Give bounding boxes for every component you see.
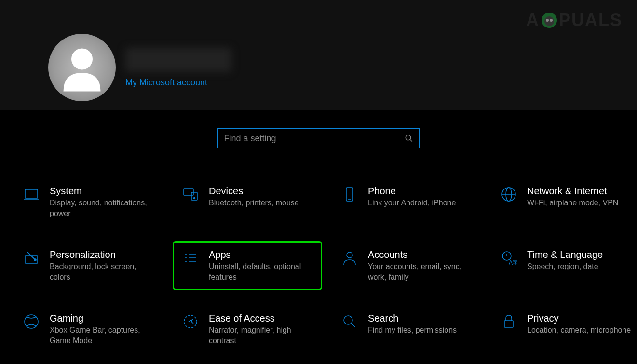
tile-description: Wi-Fi, airplane mode, VPN xyxy=(527,198,618,208)
tile-description: Display, sound, notifications, power xyxy=(50,198,155,218)
apps-icon xyxy=(181,249,200,269)
search-container xyxy=(0,128,637,148)
svg-point-32 xyxy=(550,19,553,22)
tile-description: Your accounts, email, sync, work, family xyxy=(368,261,473,282)
xbox-icon xyxy=(22,313,41,332)
tile-description: Uninstall, defaults, optional features xyxy=(209,261,314,282)
tile-title: Apps xyxy=(209,249,314,260)
tile-title: Devices xyxy=(209,186,299,197)
tile-phone[interactable]: PhoneLink your Android, iPhone xyxy=(332,177,481,227)
tile-devices[interactable]: DevicesBluetooth, printers, mouse xyxy=(173,177,322,227)
tile-text: PhoneLink your Android, iPhone xyxy=(368,186,456,218)
tile-title: Search xyxy=(368,313,457,324)
watermark-suffix: PUALS xyxy=(559,10,623,30)
tile-text: AccountsYour accounts, email, sync, work… xyxy=(368,249,473,282)
tile-title: System xyxy=(50,186,155,197)
tile-personalization[interactable]: PersonalizationBackground, lock screen, … xyxy=(14,241,163,290)
tile-text: PrivacyLocation, camera, microphone xyxy=(527,313,631,346)
svg-point-33 xyxy=(71,48,93,69)
username-redacted xyxy=(125,48,231,72)
ease-icon xyxy=(181,313,200,332)
svg-line-35 xyxy=(410,139,412,142)
tile-title: Phone xyxy=(368,186,456,197)
tile-title: Accounts xyxy=(368,249,473,260)
watermark-mascot-icon xyxy=(539,10,560,31)
profile-text: My Microsoft account xyxy=(125,48,231,88)
tile-description: Bluetooth, printers, mouse xyxy=(209,198,299,208)
laptop-icon xyxy=(22,186,41,205)
person-icon xyxy=(340,249,359,269)
microsoft-account-link[interactable]: My Microsoft account xyxy=(125,78,231,88)
tile-title: Time & Language xyxy=(527,249,603,260)
tile-text: DevicesBluetooth, printers, mouse xyxy=(209,186,299,218)
tile-privacy[interactable]: PrivacyLocation, camera, microphone xyxy=(491,305,637,354)
tile-description: Link your Android, iPhone xyxy=(368,198,456,208)
tile-text: SearchFind my files, permissions xyxy=(368,313,457,346)
search-input[interactable] xyxy=(224,134,405,144)
paint-icon xyxy=(22,249,41,269)
tile-gaming[interactable]: GamingXbox Game Bar, captures, Game Mode xyxy=(14,305,163,354)
tile-description: Background, lock screen, colors xyxy=(50,261,155,282)
svg-point-30 xyxy=(544,16,554,26)
tile-title: Gaming xyxy=(50,313,155,324)
tile-ease[interactable]: Ease of AccessNarrator, magnifier, high … xyxy=(173,305,322,354)
tile-text: GamingXbox Game Bar, captures, Game Mode xyxy=(50,313,155,346)
search-box[interactable] xyxy=(217,128,420,148)
tile-apps[interactable]: AppsUninstall, defaults, optional featur… xyxy=(173,241,322,290)
tile-title: Ease of Access xyxy=(209,313,314,324)
tile-text: SystemDisplay, sound, notifications, pow… xyxy=(50,186,155,218)
avatar[interactable] xyxy=(48,34,116,101)
svg-point-31 xyxy=(546,19,549,22)
tile-title: Personalization xyxy=(50,249,155,260)
devices-icon xyxy=(181,186,200,205)
magnifier-icon xyxy=(340,313,359,332)
tile-time[interactable]: Time & LanguageSpeech, region, date xyxy=(491,241,637,290)
tile-title: Network & Internet xyxy=(527,186,618,197)
search-icon xyxy=(405,134,413,143)
tile-accounts[interactable]: AccountsYour accounts, email, sync, work… xyxy=(332,241,481,290)
tile-text: Network & InternetWi-Fi, airplane mode, … xyxy=(527,186,618,218)
tile-description: Speech, region, date xyxy=(527,261,603,272)
tile-text: PersonalizationBackground, lock screen, … xyxy=(50,249,155,282)
watermark-logo: A PUALS xyxy=(526,10,623,31)
tile-search-cat[interactable]: SearchFind my files, permissions xyxy=(332,305,481,354)
tile-system[interactable]: SystemDisplay, sound, notifications, pow… xyxy=(14,177,163,227)
tile-title: Privacy xyxy=(527,313,631,324)
clock-lang-icon xyxy=(499,249,518,269)
phone-icon xyxy=(340,186,359,205)
lock-icon xyxy=(499,313,518,332)
tile-description: Narrator, magnifier, high contrast xyxy=(209,325,314,346)
person-silhouette-icon xyxy=(55,41,108,94)
profile-section: My Microsoft account xyxy=(48,34,231,101)
tile-text: AppsUninstall, defaults, optional featur… xyxy=(209,249,314,282)
svg-point-34 xyxy=(406,135,411,140)
tile-network[interactable]: Network & InternetWi-Fi, airplane mode, … xyxy=(491,177,637,227)
tile-description: Xbox Game Bar, captures, Game Mode xyxy=(50,325,155,346)
tile-description: Location, camera, microphone xyxy=(527,325,631,336)
tile-text: Time & LanguageSpeech, region, date xyxy=(527,249,603,282)
tile-description: Find my files, permissions xyxy=(368,325,457,336)
header-band: A PUALS My Microsoft account xyxy=(0,0,637,110)
settings-grid: SystemDisplay, sound, notifications, pow… xyxy=(0,148,637,354)
globe-icon xyxy=(499,186,518,205)
watermark-prefix: A xyxy=(526,10,540,30)
tile-text: Ease of AccessNarrator, magnifier, high … xyxy=(209,313,314,346)
